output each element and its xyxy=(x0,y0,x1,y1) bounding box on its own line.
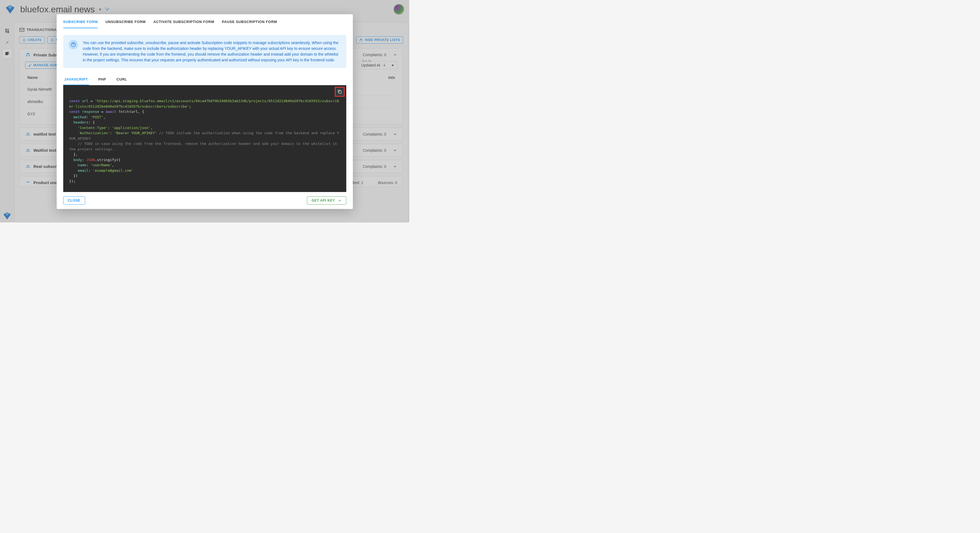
get-api-key-label: GET API KEY xyxy=(312,199,335,203)
arrow-right-icon xyxy=(337,199,342,203)
code-content: const url = 'https://api.staging.bluefox… xyxy=(69,98,340,184)
modal-tabs: SUBSCRIBE FORM UNSUBSCRIBE FORM ACTIVATE… xyxy=(57,14,353,29)
modal-overlay: SUBSCRIBE FORM UNSUBSCRIBE FORM ACTIVATE… xyxy=(0,0,409,222)
get-api-key-button[interactable]: GET API KEY xyxy=(307,196,346,204)
svg-rect-16 xyxy=(339,91,341,93)
tab-subscribe-form[interactable]: SUBSCRIBE FORM xyxy=(63,20,98,28)
copy-button[interactable] xyxy=(335,87,345,97)
code-block: const url = 'https://api.staging.bluefox… xyxy=(63,85,346,192)
code-tab-javascript[interactable]: JAVASCRIPT xyxy=(63,75,89,85)
close-button-label: CLOSE xyxy=(68,199,81,203)
tab-activate-subscription-form[interactable]: ACTIVATE SUBSCRIPTION FORM xyxy=(153,20,214,28)
code-tab-php[interactable]: PHP xyxy=(97,75,107,85)
help-circle-icon xyxy=(69,40,78,49)
close-button[interactable]: CLOSE xyxy=(63,196,85,204)
tab-unsubscribe-form[interactable]: UNSUBSCRIBE FORM xyxy=(105,20,146,28)
modal: SUBSCRIBE FORM UNSUBSCRIBE FORM ACTIVATE… xyxy=(57,14,353,209)
copy-icon xyxy=(337,89,342,94)
tab-pause-subscription-form[interactable]: PAUSE SUBSCRIPTION FORM xyxy=(222,20,277,28)
info-text: You can use the provided subscribe, unsu… xyxy=(83,40,341,63)
code-tab-curl[interactable]: CURL xyxy=(115,75,128,85)
info-box: You can use the provided subscribe, unsu… xyxy=(63,35,346,68)
code-tabs: JAVASCRIPT PHP CURL xyxy=(57,75,353,85)
